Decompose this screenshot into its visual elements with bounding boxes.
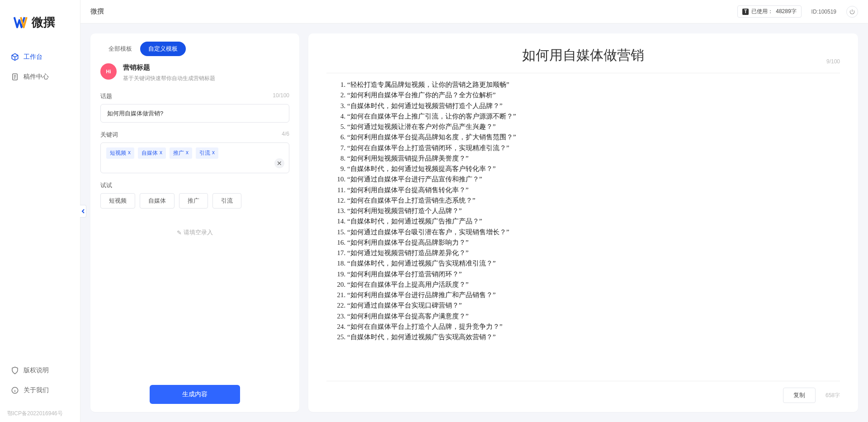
output-item: “自媒体时代，如何通过短视频提高客户转化率？”: [347, 164, 840, 174]
suggestion-chip[interactable]: 短视频: [100, 193, 135, 209]
doc-icon: [11, 73, 19, 81]
brand-name: 微撰: [32, 14, 55, 30]
suggestion-chip[interactable]: 推广: [179, 193, 208, 209]
divider: [326, 73, 840, 73]
output-item: “如何利用自媒体平台提高品牌知名度，扩大销售范围？”: [347, 132, 840, 142]
output-item: “自媒体时代，如何通过短视频营销打造个人品牌？”: [347, 101, 840, 111]
edit-icon: ✎: [177, 229, 182, 236]
sidebar-collapse-button[interactable]: [80, 205, 86, 218]
sidebar: 微撰 工作台 稿件中心 版权说明 关于我们 鄂ICP备2022016946号: [0, 0, 80, 422]
output-body: “轻松打造专属品牌短视频，让你的营销之路更加顺畅”“如何利用自媒体平台推广你的产…: [326, 80, 840, 376]
output-item: “如何利用自媒体平台推广你的产品？全方位解析”: [347, 90, 840, 100]
icp-footer: 鄂ICP备2022016946号: [0, 410, 80, 422]
output-list: “轻松打造专属品牌短视频，让你的营销之路更加顺畅”“如何利用自媒体平台推广你的产…: [326, 80, 840, 342]
template-tabs: 全部模板 自定义模板: [100, 42, 289, 56]
output-item: “如何通过短视频营销打造品牌差异化？”: [347, 248, 840, 258]
char-count: 658字: [826, 392, 840, 399]
usage-value: 48289字: [776, 8, 796, 15]
output-item: “如何利用自媒体平台打造营销闭环？”: [347, 269, 840, 280]
brand-logo: 微撰: [0, 0, 80, 48]
user-id: ID:100519: [811, 9, 836, 15]
power-button[interactable]: [846, 6, 858, 18]
topic-count: 10/100: [273, 92, 289, 100]
page-title: 微撰: [90, 7, 104, 16]
output-item: “如何在自媒体平台上推广引流，让你的客户源源不断？”: [347, 111, 840, 122]
usage-badge[interactable]: T 已使用： 48289字: [737, 5, 801, 18]
usage-label: 已使用：: [751, 8, 773, 15]
sidebar-item-drafts[interactable]: 稿件中心: [5, 68, 75, 85]
output-panel: 如何用自媒体做营销 9/100 “轻松打造专属品牌短视频，让你的营销之路更加顺畅…: [308, 33, 858, 412]
output-item: “如何利用自媒体平台提高品牌影响力？”: [347, 237, 840, 248]
config-panel: 全部模板 自定义模板 Hi 营销标题 基于关键词快速帮你自动生成营销标题 话题 …: [90, 33, 299, 412]
output-item: “自媒体时代，如何通过视频广告推广产品？”: [347, 216, 840, 227]
tab-custom-templates[interactable]: 自定义模板: [140, 42, 186, 56]
nav-label: 稿件中心: [24, 73, 49, 81]
output-item: “如何利用短视频营销提升品牌美誉度？”: [347, 153, 840, 164]
chip-remove-icon[interactable]: x: [128, 149, 131, 157]
output-item: “如何利用自媒体平台提高销售转化率？”: [347, 185, 840, 195]
suggestion-row: 短视频自媒体推广引流: [100, 193, 289, 209]
keywords-label: 关键词: [100, 131, 118, 139]
topic-input[interactable]: [100, 104, 289, 123]
keyword-chip[interactable]: 推广 x: [170, 147, 192, 159]
output-item: “如何在自媒体平台上打造个人品牌，提升竞争力？”: [347, 322, 840, 332]
output-item: “如何在自媒体平台上打造营销生态系统？”: [347, 195, 840, 206]
text-icon: T: [742, 9, 749, 15]
content-row: 全部模板 自定义模板 Hi 营销标题 基于关键词快速帮你自动生成营销标题 话题 …: [80, 24, 868, 422]
nav-label: 关于我们: [24, 386, 49, 394]
output-item: “自媒体时代，如何通过视频广告实现高效营销？”: [347, 332, 840, 342]
cube-icon: [11, 53, 19, 61]
keyword-chip[interactable]: 引流 x: [196, 147, 218, 159]
suggestion-chip[interactable]: 引流: [212, 193, 241, 209]
sidebar-item-about[interactable]: 关于我们: [5, 382, 75, 399]
output-item: “如何利用自媒体平台提高客户满意度？”: [347, 311, 840, 322]
copy-button[interactable]: 复制: [783, 388, 816, 403]
generate-button[interactable]: 生成内容: [150, 385, 240, 404]
sidebar-item-copyright[interactable]: 版权说明: [5, 362, 75, 379]
template-header: Hi 营销标题 基于关键词快速帮你自动生成营销标题: [100, 63, 289, 82]
output-title: 如何用自媒体做营销: [522, 46, 644, 65]
output-item: “如何通过自媒体平台实现口碑营销？”: [347, 300, 840, 311]
output-item: “轻松打造专属品牌短视频，让你的营销之路更加顺畅”: [347, 80, 840, 90]
chip-remove-icon[interactable]: x: [212, 149, 215, 157]
template-desc: 基于关键词快速帮你自动生成营销标题: [123, 75, 215, 82]
clear-keywords-button[interactable]: ✕: [274, 158, 284, 168]
suggestion-chip[interactable]: 自媒体: [140, 193, 175, 209]
output-item: “如何利用短视频营销打造个人品牌？”: [347, 206, 840, 216]
logo-icon: [14, 16, 28, 29]
output-item: “如何在自媒体平台上打造营销闭环，实现精准引流？”: [347, 143, 840, 153]
chip-remove-icon[interactable]: x: [160, 149, 162, 157]
keywords-box[interactable]: 短视频 x自媒体 x推广 x引流 x✕: [100, 142, 289, 173]
output-item: “自媒体时代，如何通过视频广告实现精准引流？”: [347, 258, 840, 269]
output-item: “如何通过自媒体平台进行产品宣传和推广？”: [347, 174, 840, 185]
main-nav: 工作台 稿件中心: [0, 48, 80, 357]
nav-label: 工作台: [24, 53, 42, 61]
keywords-count: 4/6: [282, 131, 289, 139]
template-icon: Hi: [100, 63, 117, 80]
info-icon: [11, 386, 19, 394]
output-item: “如何通过短视频让潜在客户对你产品产生兴趣？”: [347, 122, 840, 132]
nav-label: 版权说明: [24, 366, 49, 375]
template-name: 营销标题: [123, 63, 215, 72]
keyword-chip[interactable]: 短视频 x: [106, 147, 134, 159]
output-item: “如何通过自媒体平台吸引潜在客户，实现销售增长？”: [347, 227, 840, 237]
main-area: 微撰 T 已使用： 48289字 ID:100519 全部模板 自定义模板: [80, 0, 868, 422]
topbar: 微撰 T 已使用： 48289字 ID:100519: [80, 0, 868, 24]
shield-icon: [11, 366, 19, 375]
topic-label: 话题: [100, 92, 112, 100]
output-title-count: 9/100: [826, 58, 840, 65]
output-item: “如何利用自媒体平台进行品牌推广和产品销售？”: [347, 290, 840, 300]
chip-remove-icon[interactable]: x: [186, 149, 189, 157]
suggestions-field: 试试 短视频自媒体推广引流: [100, 181, 289, 209]
tab-all-templates[interactable]: 全部模板: [100, 42, 140, 56]
output-footer: 复制 658字: [326, 381, 840, 403]
fill-blank-link[interactable]: ✎ 请填空录入: [100, 228, 289, 237]
topic-field: 话题 10/100: [100, 92, 289, 123]
bottom-nav: 版权说明 关于我们: [0, 357, 80, 410]
output-item: “如何在自媒体平台上提高用户活跃度？”: [347, 280, 840, 290]
keywords-field: 关键词 4/6 短视频 x自媒体 x推广 x引流 x✕: [100, 131, 289, 173]
sidebar-item-workspace[interactable]: 工作台: [5, 48, 75, 66]
keyword-chip[interactable]: 自媒体 x: [138, 147, 166, 159]
try-label: 试试: [100, 181, 112, 190]
